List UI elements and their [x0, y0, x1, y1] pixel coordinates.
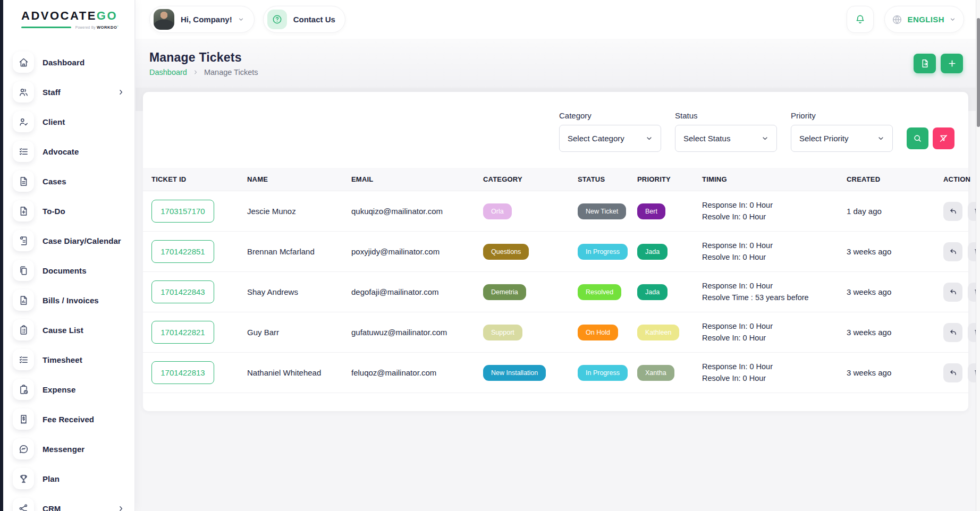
globe-icon	[891, 14, 903, 25]
search-button[interactable]	[907, 127, 928, 149]
staff-users-icon	[13, 81, 34, 103]
messenger-chat-icon	[13, 438, 34, 459]
column-header-email: EMAIL	[351, 175, 483, 183]
table-row: 1703157170Jescie Munozqukuqizo@mailinato…	[143, 191, 968, 232]
brand-logo[interactable]: ADVOCATEGO Powered By WORKDO˚	[3, 0, 134, 39]
filters: Category Select Category Status Select S…	[143, 92, 968, 152]
file-export-icon	[920, 58, 930, 69]
chevron-right-icon	[117, 505, 125, 511]
column-header-action: ACTION	[943, 175, 973, 183]
ticket-id-link[interactable]: 1701422821	[151, 321, 214, 344]
sidebar-item-label: Plan	[43, 474, 125, 483]
sidebar-item-label: Timesheet	[43, 355, 125, 364]
breadcrumb-dashboard-link[interactable]: Dashboard	[149, 68, 187, 76]
export-button[interactable]	[914, 54, 936, 73]
page-title: Manage Tickets	[149, 50, 258, 65]
reply-button[interactable]	[943, 363, 962, 382]
chevron-down-icon	[645, 134, 653, 142]
category-badge: Orla	[483, 203, 512, 219]
sidebar-item-label: To-Do	[43, 207, 125, 216]
question-icon	[267, 10, 287, 29]
sidebar-item-bills-invoices[interactable]: Bills / Invoices	[13, 285, 125, 315]
home-icon	[13, 52, 34, 73]
chevron-down-icon	[877, 134, 885, 142]
ticket-created: 3 weeks ago	[847, 328, 943, 337]
notifications-button[interactable]	[847, 6, 874, 33]
table-body: 1703157170Jescie Munozqukuqizo@mailinato…	[143, 191, 968, 393]
priority-badge: Xantha	[637, 365, 674, 381]
reset-filter-button[interactable]	[933, 127, 954, 149]
priority-badge: Bert	[637, 203, 665, 219]
crm-nodes-icon	[13, 498, 34, 511]
sidebar-nav: DashboardStaffClientAdvocateCasesTo-DoCa…	[3, 39, 134, 511]
reply-button[interactable]	[943, 323, 962, 342]
sidebar-item-cause-list[interactable]: Cause List	[13, 315, 125, 345]
create-ticket-button[interactable]	[941, 54, 963, 73]
sidebar-item-label: Dashboard	[43, 58, 125, 67]
priority-badge: Kathleen	[637, 325, 679, 340]
user-menu[interactable]: Hi, Company!	[149, 6, 255, 33]
sidebar-item-label: Staff	[43, 88, 117, 97]
category-badge: Support	[483, 325, 522, 340]
contact-us-button[interactable]: Contact Us	[263, 6, 345, 33]
category-badge: New Installation	[483, 365, 546, 381]
ticket-id-link[interactable]: 1701422843	[151, 280, 214, 303]
page-header: Manage Tickets Dashboard Manage Tickets	[136, 39, 976, 88]
ticket-name: Guy Barr	[247, 328, 351, 337]
bills-invoice-icon	[13, 289, 34, 311]
sidebar-item-label: Fee Received	[43, 415, 125, 424]
ticket-created: 3 weeks ago	[847, 247, 943, 256]
status-select[interactable]: Select Status	[675, 125, 777, 152]
ticket-created: 3 weeks ago	[847, 368, 943, 377]
chevron-down-icon	[949, 16, 956, 23]
ticket-name: Nathaniel Whitehead	[247, 368, 351, 377]
timesheet-checklist-icon	[13, 349, 34, 370]
reply-icon	[949, 328, 958, 337]
reply-button[interactable]	[943, 202, 962, 221]
table-row: 1701422813Nathaniel Whiteheadfeluqoz@mai…	[143, 353, 968, 393]
status-badge: New Ticket	[578, 203, 626, 219]
sidebar-item-label: Messenger	[43, 445, 125, 454]
sidebar-item-case-diary-calendar[interactable]: Case Diary/Calendar	[13, 226, 125, 255]
sidebar-item-label: CRM	[43, 504, 117, 511]
ticket-id-link[interactable]: 1701422813	[151, 361, 214, 384]
sidebar-item-client[interactable]: Client	[13, 107, 125, 137]
language-selector[interactable]: ENGLISH	[884, 6, 964, 33]
ticket-timing: Response In: 0 HourResolve Time : 53 yea…	[702, 280, 847, 304]
ticket-email: feluqoz@mailinator.com	[351, 368, 483, 377]
search-icon	[913, 133, 923, 143]
plan-trophy-icon	[13, 468, 34, 489]
ticket-id-link[interactable]: 1703157170	[151, 200, 214, 223]
ticket-created: 1 day ago	[847, 207, 943, 216]
reply-button[interactable]	[943, 242, 962, 261]
sidebar-item-staff[interactable]: Staff	[13, 77, 125, 107]
cases-file-icon	[13, 171, 34, 192]
sidebar-item-to-do[interactable]: To-Do	[13, 196, 125, 226]
breadcrumb-current: Manage Tickets	[204, 68, 258, 76]
column-header-priority: PRIORITY	[637, 175, 702, 183]
sidebar-item-timesheet[interactable]: Timesheet	[13, 345, 125, 374]
sidebar-item-label: Client	[43, 117, 125, 126]
bell-icon	[854, 13, 866, 25]
cause-list-clipboard-icon	[13, 319, 34, 340]
sidebar-item-fee-received[interactable]: Fee Received	[13, 404, 125, 434]
ticket-name: Jescie Munoz	[247, 207, 351, 216]
category-badge: Questions	[483, 244, 529, 260]
page-scrollbar[interactable]	[976, 0, 980, 511]
category-select[interactable]: Select Category	[559, 125, 661, 152]
sidebar-item-dashboard[interactable]: Dashboard	[13, 47, 125, 77]
sidebar-item-advocate[interactable]: Advocate	[13, 137, 125, 166]
sidebar-item-crm[interactable]: CRM	[13, 493, 125, 511]
sidebar-item-cases[interactable]: Cases	[13, 166, 125, 196]
sidebar-item-documents[interactable]: Documents	[13, 255, 125, 285]
reply-button[interactable]	[943, 283, 962, 302]
sidebar-item-expense[interactable]: Expense	[13, 374, 125, 404]
sidebar-item-plan[interactable]: Plan	[13, 464, 125, 493]
scrollbar-thumb[interactable]	[977, 18, 980, 127]
sidebar-item-label: Cause List	[43, 326, 125, 335]
sidebar-item-messenger[interactable]: Messenger	[13, 434, 125, 464]
table-row: 1701422851Brennan Mcfarlandpoxyjidy@mail…	[143, 232, 968, 272]
sidebar-item-label: Cases	[43, 177, 125, 186]
priority-select[interactable]: Select Priority	[791, 125, 893, 152]
ticket-id-link[interactable]: 1701422851	[151, 240, 214, 263]
